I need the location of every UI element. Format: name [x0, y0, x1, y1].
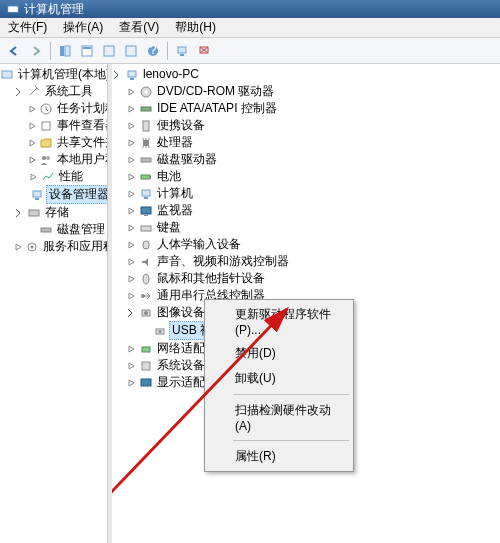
- scan-button[interactable]: [172, 41, 192, 61]
- svg-rect-19: [35, 198, 39, 200]
- tree-disk-mgmt[interactable]: 磁盘管理: [0, 221, 107, 238]
- back-button[interactable]: [4, 41, 24, 61]
- ctx-disable[interactable]: 禁用(D): [207, 341, 351, 366]
- tree-sys-tools[interactable]: 系统工具: [0, 83, 107, 100]
- ctx-scan[interactable]: 扫描检测硬件改动(A): [207, 398, 351, 437]
- expand-icon[interactable]: [126, 273, 137, 284]
- menu-file[interactable]: 文件(F): [4, 17, 51, 38]
- right-pane: lenovo-PCDVD/CD-ROM 驱动器IDE ATA/ATAPI 控制器…: [112, 64, 500, 543]
- menubar: 文件(F) 操作(A) 查看(V) 帮助(H): [0, 18, 500, 38]
- ctx-uninstall[interactable]: 卸载(U): [207, 366, 351, 391]
- tree-device-manager[interactable]: 设备管理器: [0, 185, 107, 204]
- expand-icon[interactable]: [126, 360, 137, 371]
- svg-rect-1: [8, 5, 19, 7]
- mouse-icon: [139, 272, 153, 286]
- expand-icon[interactable]: [28, 137, 37, 148]
- tree-event-viewer[interactable]: 事件查看器: [0, 117, 107, 134]
- expand-icon[interactable]: [126, 103, 137, 114]
- device-mouse[interactable]: 鼠标和其他指针设备: [112, 270, 500, 287]
- svg-rect-39: [143, 241, 149, 249]
- tree-root[interactable]: 计算机管理(本地): [0, 66, 107, 83]
- expand-icon[interactable]: [126, 205, 137, 216]
- export-button[interactable]: [121, 41, 141, 61]
- device-sound[interactable]: 声音、视频和游戏控制器: [112, 253, 500, 270]
- expand-icon[interactable]: [126, 137, 137, 148]
- device-portable[interactable]: 便携设备: [112, 117, 500, 134]
- tree-task-scheduler[interactable]: 任务计划程序: [0, 100, 107, 117]
- uninstall-button[interactable]: [194, 41, 214, 61]
- expand-icon[interactable]: [28, 103, 37, 114]
- device-disk[interactable]: 磁盘驱动器: [112, 151, 500, 168]
- computer-mgmt-icon: [0, 68, 14, 82]
- system-icon: [139, 359, 153, 373]
- svg-rect-5: [83, 47, 91, 49]
- ctx-properties[interactable]: 属性(R): [207, 444, 351, 469]
- device-dvd[interactable]: DVD/CD-ROM 驱动器: [112, 83, 500, 100]
- expand-icon[interactable]: [126, 86, 137, 97]
- svg-point-16: [42, 156, 46, 160]
- context-menu: 更新驱动程序软件(P)... 禁用(D) 卸载(U) 扫描检测硬件改动(A) 属…: [204, 299, 354, 472]
- menu-help[interactable]: 帮助(H): [171, 17, 220, 38]
- device-hid[interactable]: 人体学输入设备: [112, 236, 500, 253]
- computer-icon: [139, 187, 153, 201]
- tree-storage[interactable]: 存储: [0, 204, 107, 221]
- devmgr-icon: [30, 188, 44, 202]
- tree-performance[interactable]: 性能: [0, 168, 107, 185]
- ctx-update-driver[interactable]: 更新驱动程序软件(P)...: [207, 302, 351, 341]
- usb-icon: [139, 289, 153, 303]
- svg-point-23: [31, 245, 34, 248]
- window-title: 计算机管理: [24, 1, 84, 18]
- titlebar: 计算机管理: [0, 0, 500, 18]
- collapse-icon[interactable]: [14, 86, 25, 97]
- ctx-separator: [233, 394, 349, 395]
- device-ide[interactable]: IDE ATA/ATAPI 控制器: [112, 100, 500, 117]
- svg-rect-36: [141, 207, 151, 214]
- tree-services[interactable]: 服务和应用程序: [0, 238, 107, 255]
- device-battery[interactable]: 电池: [112, 168, 500, 185]
- refresh-button[interactable]: [99, 41, 119, 61]
- expand-icon[interactable]: [126, 343, 137, 354]
- portable-icon: [139, 119, 153, 133]
- tree-shared-folders[interactable]: 共享文件夹: [0, 134, 107, 151]
- menu-view[interactable]: 查看(V): [115, 17, 163, 38]
- device-keyboard[interactable]: 键盘: [112, 219, 500, 236]
- expand-icon[interactable]: [126, 222, 137, 233]
- svg-point-40: [143, 274, 149, 284]
- svg-rect-7: [126, 46, 136, 56]
- show-hide-button[interactable]: [55, 41, 75, 61]
- expand-icon[interactable]: [126, 239, 137, 250]
- device-computer[interactable]: 计算机: [112, 185, 500, 202]
- no-expand: [28, 224, 37, 235]
- expand-icon[interactable]: [28, 154, 37, 165]
- svg-rect-37: [144, 215, 148, 216]
- expand-icon[interactable]: [28, 120, 37, 131]
- device-processor[interactable]: 处理器: [112, 134, 500, 151]
- expand-icon[interactable]: [126, 290, 137, 301]
- expand-icon[interactable]: [126, 120, 137, 131]
- svg-rect-21: [41, 228, 51, 232]
- device-root[interactable]: lenovo-PC: [112, 66, 500, 83]
- expand-icon[interactable]: [14, 241, 23, 252]
- svg-rect-38: [141, 226, 151, 231]
- collapse-icon[interactable]: [126, 307, 137, 318]
- expand-icon[interactable]: [126, 188, 137, 199]
- tree-local-users[interactable]: 本地用户和组: [0, 151, 107, 168]
- menu-action[interactable]: 操作(A): [59, 17, 107, 38]
- collapse-icon[interactable]: [112, 69, 123, 80]
- collapse-icon[interactable]: [14, 207, 25, 218]
- expand-icon[interactable]: [28, 171, 39, 182]
- svg-point-43: [144, 311, 148, 315]
- expand-icon[interactable]: [126, 377, 137, 388]
- toolbar: ?: [0, 38, 500, 64]
- svg-rect-20: [29, 210, 39, 216]
- forward-button[interactable]: [26, 41, 46, 61]
- properties-button[interactable]: [77, 41, 97, 61]
- device-monitor[interactable]: 监视器: [112, 202, 500, 219]
- clock-icon: [39, 102, 53, 116]
- svg-rect-6: [104, 46, 114, 56]
- tools-icon: [27, 85, 41, 99]
- expand-icon[interactable]: [126, 171, 137, 182]
- help-button[interactable]: ?: [143, 41, 163, 61]
- expand-icon[interactable]: [126, 154, 137, 165]
- expand-icon[interactable]: [126, 256, 137, 267]
